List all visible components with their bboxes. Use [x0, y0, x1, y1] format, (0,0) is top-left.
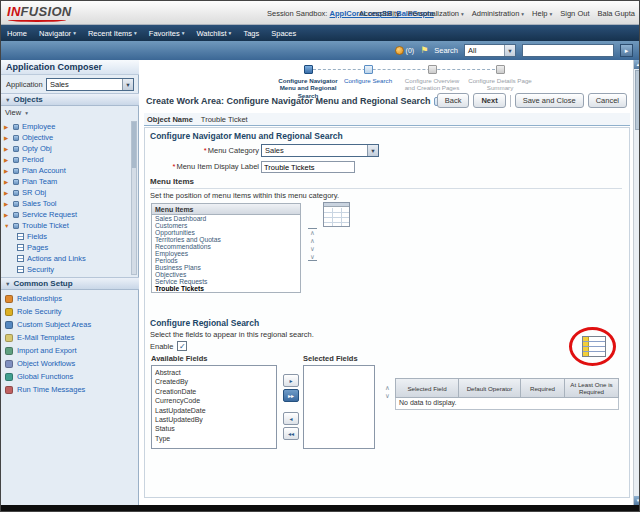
objects-panel-header[interactable]: ▼Objects: [1, 93, 139, 106]
expand-icon[interactable]: ▶: [4, 157, 10, 163]
common-setup-panel-header[interactable]: ▼Common Setup: [1, 277, 139, 290]
expand-icon[interactable]: ▶: [4, 124, 10, 130]
move-to-bottom-button[interactable]: ∨: [308, 253, 317, 261]
available-field[interactable]: LastUpdateDate: [155, 406, 273, 415]
back-button[interactable]: Back: [437, 93, 470, 108]
global-search-input[interactable]: [522, 44, 614, 57]
tree-item-period[interactable]: ▶Period: [4, 154, 130, 165]
menu-item-selected[interactable]: Trouble Tickets: [155, 286, 297, 293]
tree-item-service-request[interactable]: ▶Service Request: [4, 209, 130, 220]
sign-out-link[interactable]: Sign Out: [560, 9, 589, 18]
menu-items-listbox[interactable]: Sales Dashboard Customers Opportunities …: [151, 215, 301, 293]
nav-spaces[interactable]: Spaces: [271, 29, 296, 38]
row-down-button[interactable]: ∨: [383, 392, 392, 399]
tree-item-fields[interactable]: Fields: [17, 231, 130, 242]
tree-item-sales-tool[interactable]: ▶Sales Tool: [4, 198, 130, 209]
tree-scrollbar[interactable]: [131, 121, 137, 275]
next-button[interactable]: Next: [473, 93, 505, 108]
scrollbar-thumb[interactable]: [635, 70, 640, 130]
move-all-right-button[interactable]: ▸▸: [283, 389, 299, 402]
shuttle-controls: ▸ ▸▸ ◂ ◂◂: [283, 374, 299, 440]
scroll-down-button[interactable]: ▼: [634, 496, 640, 505]
object-node-icon: [13, 201, 19, 207]
menu-category-select[interactable]: Sales▼: [261, 144, 379, 157]
nav-tags[interactable]: Tags: [243, 29, 259, 38]
move-selected-left-button[interactable]: ◂: [283, 412, 299, 425]
application-select[interactable]: Sales▼: [46, 78, 134, 91]
selected-fields-listbox[interactable]: [303, 365, 375, 449]
accessibility-link[interactable]: Accessibility: [359, 9, 400, 18]
expand-icon[interactable]: ▶: [4, 179, 10, 185]
help-menu[interactable]: Help▾: [532, 9, 552, 18]
available-field[interactable]: Status: [155, 424, 273, 433]
notification-indicator[interactable]: (0): [395, 46, 415, 55]
move-to-top-button[interactable]: ∧: [308, 228, 317, 236]
sidebar-item-relationships[interactable]: Relationships: [5, 292, 135, 305]
scroll-up-button[interactable]: ▲: [634, 60, 640, 69]
available-field[interactable]: LastUpdatedBy: [155, 415, 273, 424]
tree-item-security[interactable]: Security: [17, 264, 130, 275]
move-down-button[interactable]: ∨: [308, 245, 317, 252]
cancel-button[interactable]: Cancel: [588, 93, 627, 108]
tree-item-actions-and-links[interactable]: Actions and Links: [17, 253, 130, 264]
sidebar-item-import-and-export[interactable]: Import and Export: [5, 344, 135, 357]
search-scope-select[interactable]: All▼: [464, 44, 516, 57]
button-separator: [510, 95, 511, 107]
move-up-button[interactable]: ∧: [308, 237, 317, 244]
tree-item-plan-team[interactable]: ▶Plan Team: [4, 176, 130, 187]
administration-menu[interactable]: Administration▾: [472, 9, 524, 18]
nav-recent-items[interactable]: Recent Items▾: [88, 29, 137, 38]
train-step-2-icon[interactable]: [364, 65, 373, 74]
objects-tree: ▶Employee ▶Objective ▶Opty Obj ▶Period ▶…: [4, 121, 130, 275]
available-field[interactable]: Abstract: [155, 368, 273, 377]
sidebar-item-object-workflows[interactable]: Object Workflows: [5, 357, 135, 370]
sidebar-item-custom-subject-areas[interactable]: Custom Subject Areas: [5, 318, 135, 331]
tree-item-plan-account[interactable]: ▶Plan Account: [4, 165, 130, 176]
chevron-down-icon: ▾: [182, 30, 185, 36]
flag-icon[interactable]: ⚑: [420, 46, 428, 55]
move-selected-right-button[interactable]: ▸: [283, 374, 299, 387]
tree-item-sr-obj[interactable]: ▶SR Obj: [4, 187, 130, 198]
bottom-bar: [1, 505, 640, 512]
sidebar-item-run-time-messages[interactable]: Run Time Messages: [5, 383, 135, 396]
search-go-button[interactable]: ▸: [620, 44, 633, 57]
train-step-2-label[interactable]: Configure Search: [335, 77, 401, 84]
available-field[interactable]: CreatedBy: [155, 377, 273, 386]
expand-icon[interactable]: ▶: [4, 190, 10, 196]
available-field[interactable]: Type: [155, 434, 273, 443]
personalization-menu[interactable]: Personalization▾: [408, 9, 464, 18]
expand-icon[interactable]: ▶: [4, 135, 10, 141]
sidebar-item-email-templates[interactable]: E-Mail Templates: [5, 331, 135, 344]
user-name[interactable]: Bala Gupta: [597, 9, 635, 18]
row-up-button[interactable]: ∧: [383, 384, 392, 391]
sidebar-item-global-functions[interactable]: Global Functions: [5, 370, 135, 383]
tree-item-employee[interactable]: ▶Employee: [4, 121, 130, 132]
sidebar-item-role-security[interactable]: Role Security: [5, 305, 135, 318]
available-fields-listbox[interactable]: Abstract CreatedBy CreationDate Currency…: [151, 365, 277, 449]
tree-item-opty-obj[interactable]: ▶Opty Obj: [4, 143, 130, 154]
available-field[interactable]: CreationDate: [155, 387, 273, 396]
tree-item-objective[interactable]: ▶Objective: [4, 132, 130, 143]
expand-icon[interactable]: ▶: [4, 168, 10, 174]
tree-scrollbar-thumb[interactable]: [132, 122, 136, 168]
tree-item-trouble-ticket[interactable]: ▼Trouble Ticket: [4, 220, 130, 231]
save-and-close-button[interactable]: Save and Close: [515, 93, 584, 108]
collapse-icon[interactable]: ▼: [4, 223, 10, 229]
nav-home[interactable]: Home: [7, 29, 27, 38]
chevron-down-icon: ▾: [73, 30, 76, 36]
nav-watchlist[interactable]: Watchlist▾: [196, 29, 231, 38]
nav-navigator[interactable]: Navigator▾: [39, 29, 76, 38]
view-menu-button[interactable]: View▾: [5, 108, 28, 117]
nav-favorites[interactable]: Favorites▾: [149, 29, 185, 38]
wizard-content-panel: Configure Navigator Menu and Regional Se…: [144, 127, 630, 498]
move-all-left-button[interactable]: ◂◂: [283, 427, 299, 440]
display-label-input[interactable]: [261, 161, 355, 173]
train-step-1-icon[interactable]: [304, 65, 313, 74]
enable-checkbox[interactable]: ✓: [177, 341, 187, 351]
available-field[interactable]: CurrencyCode: [155, 396, 273, 405]
expand-icon[interactable]: ▶: [4, 201, 10, 207]
expand-icon[interactable]: ▶: [4, 146, 10, 152]
tree-item-pages[interactable]: Pages: [17, 242, 130, 253]
main-scrollbar[interactable]: ▲ ▼: [633, 60, 640, 505]
expand-icon[interactable]: ▶: [4, 212, 10, 218]
